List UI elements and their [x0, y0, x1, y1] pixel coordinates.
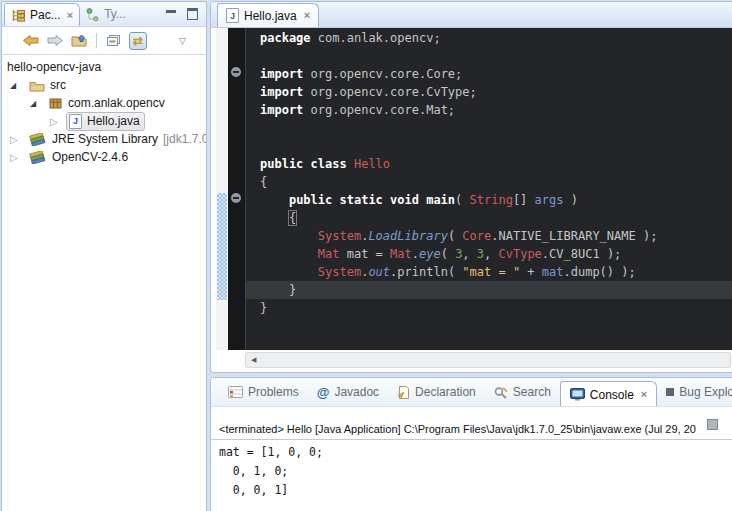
link-with-editor-icon[interactable]: ⇄ [129, 32, 147, 50]
console-panel: Problems@JavadocDeclarationSearchConsole… [210, 377, 732, 511]
code-line[interactable]: import org.opencv.core.Core; [260, 65, 732, 83]
search-icon [494, 386, 508, 399]
code-line[interactable]: Mat mat = Mat.eye( 3, 3, CvType.CV_8UC1 … [260, 245, 732, 263]
tree-item-content: hello-opencv-java [4, 58, 106, 76]
tree-item-label: OpenCV-2.4.6 [52, 150, 128, 164]
view-menu-icon[interactable]: ▽ [179, 36, 186, 46]
console-icon [570, 388, 585, 401]
code-line[interactable]: } [260, 299, 732, 317]
tree-item-label: Hello.java [87, 114, 140, 128]
package-explorer-panel: Pac... × Ty... [1, 1, 207, 511]
code-line[interactable]: { [260, 173, 732, 191]
tree-item-label: JRE System Library [52, 132, 158, 146]
package-folder-icon [29, 79, 45, 92]
tree-item-content: com.anlak.opencv [46, 94, 170, 112]
tab-label: Problems [248, 385, 299, 399]
javadoc-icon: @ [317, 386, 330, 399]
tab-label: Declaration [415, 385, 476, 399]
left-panel-tab-bar: Pac... × Ty... [2, 2, 206, 27]
tab-console[interactable]: Console× [560, 381, 657, 407]
tree-item-label: com.anlak.opencv [68, 96, 165, 110]
bug-icon [666, 388, 674, 396]
annotation-ruler[interactable] [216, 28, 228, 350]
code-line[interactable]: System.LoadLibrary( Core.NATIVE_LIBRARY_… [260, 227, 732, 245]
collapsed-arrow-icon[interactable]: ▷ [10, 134, 26, 145]
folding-margin [228, 28, 245, 350]
code-line[interactable]: } [246, 281, 732, 299]
package-explorer-toolbar: ⇄ ▽ [2, 27, 206, 55]
console-line: mat = [1, 0, 0; [219, 443, 732, 462]
tab-package-explorer[interactable]: Pac... × [4, 3, 80, 26]
collapse-main-method-icon[interactable] [231, 193, 241, 203]
tree-item-content: src [26, 76, 71, 94]
code-area[interactable]: package com.anlak.opencv;import org.open… [245, 28, 732, 350]
tree-item-jre-system-library[interactable]: ▷JRE System Library [jdk1.7.0 [2, 130, 206, 148]
close-icon[interactable]: × [641, 389, 647, 400]
tree-item-content: OpenCV-2.4.6 [26, 148, 133, 166]
collapse-all-icon[interactable] [106, 34, 121, 47]
panel-window-buttons [166, 8, 198, 20]
library-icon [29, 133, 47, 146]
code-line[interactable]: public class Hello [260, 155, 732, 173]
library-icon [29, 151, 47, 164]
code-line[interactable] [260, 119, 732, 137]
package-explorer-tree: hello-opencv-java◢src◢com.anlak.opencv▷J… [2, 55, 206, 166]
editor-body: package com.anlak.opencv;import org.open… [211, 28, 732, 350]
scroll-left-icon[interactable]: ◀ [251, 356, 256, 363]
code-line[interactable] [260, 137, 732, 155]
editor-tab-label: Hello.java [244, 9, 297, 23]
code-line[interactable]: System.out.println( "mat = " + mat.dump(… [260, 263, 732, 281]
tree-item-src[interactable]: ◢src [2, 76, 206, 94]
forward-icon[interactable] [47, 35, 63, 46]
tab-label: Javadoc [334, 385, 379, 399]
tab-label: Pac... [30, 8, 61, 22]
tab-bug-explorer[interactable]: Bug Explorer [657, 378, 732, 406]
editor-tab-hello-java[interactable]: J Hello.java × [217, 3, 319, 27]
tree-item-label: hello-opencv-java [7, 60, 101, 74]
tab-label: Console [590, 388, 634, 402]
console-output[interactable]: mat = [1, 0, 0; 0, 1, 0; 0, 0, 1] [211, 440, 732, 500]
tab-search[interactable]: Search [485, 378, 560, 406]
collapse-imports-icon[interactable] [231, 67, 241, 77]
tab-type-hierarchy[interactable]: Ty... [80, 2, 132, 26]
problems-icon [228, 386, 243, 398]
editor-panel: J Hello.java × package com.anlak.opencv;… [210, 1, 732, 373]
tab-label: Ty... [104, 7, 126, 21]
tree-item-com-anlak-opencv[interactable]: ◢com.anlak.opencv [2, 94, 206, 112]
tree-item-content: JHello.java [66, 112, 145, 131]
package-explorer-icon [11, 9, 26, 22]
tab-label: Search [513, 385, 551, 399]
expanded-arrow-icon[interactable]: ◢ [30, 99, 46, 108]
tree-item-content: JRE System Library [jdk1.7.0 [26, 130, 206, 148]
maximize-icon[interactable] [187, 8, 198, 20]
horizontal-scrollbar[interactable]: ◀ [245, 352, 731, 368]
tree-item-decoration: [jdk1.7.0 [163, 132, 206, 146]
go-up-icon[interactable] [71, 34, 87, 47]
back-icon[interactable] [23, 35, 39, 46]
range-indicator [217, 193, 227, 300]
type-hierarchy-icon [86, 8, 100, 21]
collapsed-arrow-icon[interactable]: ▷ [10, 152, 26, 163]
declaration-icon [397, 386, 410, 399]
tree-item-hello-java[interactable]: ▷JHello.java [2, 112, 206, 130]
tree-item-hello-opencv-java[interactable]: hello-opencv-java [2, 58, 206, 76]
console-toolbar-fragment[interactable] [707, 419, 718, 430]
tree-item-opencv-2-4-6[interactable]: ▷OpenCV-2.4.6 [2, 148, 206, 166]
console-line: 0, 1, 0; [219, 462, 732, 481]
code-line[interactable]: import org.opencv.core.CvType; [260, 83, 732, 101]
tab-declaration[interactable]: Declaration [388, 378, 485, 406]
tab-javadoc[interactable]: @Javadoc [308, 378, 388, 406]
minimize-icon[interactable] [166, 10, 176, 19]
collapsed-arrow-icon[interactable]: ▷ [50, 116, 66, 127]
close-icon[interactable]: × [67, 10, 73, 21]
tab-problems[interactable]: Problems [219, 378, 308, 406]
code-line[interactable]: package com.anlak.opencv; [260, 29, 732, 47]
code-line[interactable]: import org.opencv.core.Mat; [260, 101, 732, 119]
console-header: <terminated> Hello [Java Application] C:… [211, 407, 732, 440]
code-line[interactable] [260, 47, 732, 65]
bottom-tab-bar: Problems@JavadocDeclarationSearchConsole… [211, 378, 732, 407]
close-icon[interactable]: × [304, 10, 310, 21]
code-line[interactable]: public static void main( String[] args ) [260, 191, 732, 209]
code-line[interactable]: { [260, 209, 732, 227]
expanded-arrow-icon[interactable]: ◢ [10, 81, 26, 90]
